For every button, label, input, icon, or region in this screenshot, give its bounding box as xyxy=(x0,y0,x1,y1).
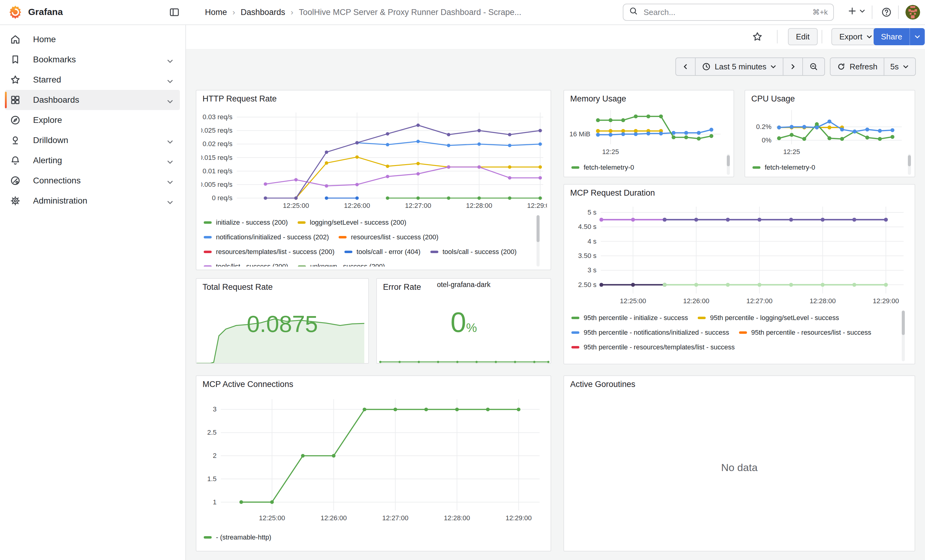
chevron-right-icon xyxy=(789,63,796,70)
mcp-active-connections-chart[interactable]: 11.522.5312:25:0012:26:0012:27:0012:28:0… xyxy=(201,394,548,530)
chevron-left-icon xyxy=(682,63,689,70)
chevron-down-icon xyxy=(166,76,174,83)
panel-title[interactable]: MCP Request Duration xyxy=(570,188,655,198)
sidebar-toggle-icon[interactable] xyxy=(169,7,180,18)
search-shortcut: ⌘+k xyxy=(812,8,828,17)
sidebar-item-alerting[interactable]: Alerting xyxy=(5,150,180,171)
sidebar-item-dashboards[interactable]: Dashboards xyxy=(5,90,180,110)
memory-usage-chart[interactable]: 16 MiB12:25 xyxy=(569,107,726,161)
panel-title[interactable]: HTTP Request Rate xyxy=(202,94,277,104)
sidebar-item-connections[interactable]: Connections xyxy=(5,171,180,191)
cpu-usage-chart[interactable]: 0.2%0%12:25 xyxy=(750,107,907,161)
legend-item[interactable]: - (streamable-http) xyxy=(204,530,271,545)
stat-unit: % xyxy=(466,321,477,335)
edit-button[interactable]: Edit xyxy=(788,28,818,45)
star-icon xyxy=(10,74,21,85)
legend-item[interactable]: resources/list - success (200) xyxy=(339,230,438,245)
svg-text:16 MiB: 16 MiB xyxy=(569,130,591,138)
svg-text:12:26:00: 12:26:00 xyxy=(683,297,710,305)
svg-text:0.01 req/s: 0.01 req/s xyxy=(202,167,232,175)
export-button[interactable]: Export xyxy=(832,28,881,45)
cpu-legend: fetch-telemetry-0 xyxy=(752,160,899,176)
breadcrumb-home[interactable]: Home xyxy=(205,8,227,17)
refresh-interval-picker[interactable]: 5s xyxy=(884,57,916,76)
time-forward-button[interactable] xyxy=(783,57,803,76)
avatar[interactable] xyxy=(905,5,920,20)
sidebar-item-label: Explore xyxy=(33,115,62,125)
dashboard-canvas: Last 5 minutes Refresh 5s xyxy=(185,49,925,560)
legend-item[interactable]: 95th percentile - resources/templates/li… xyxy=(571,340,735,354)
svg-text:0%: 0% xyxy=(762,136,771,144)
sidebar-item-explore[interactable]: Explore xyxy=(5,110,180,130)
panel-cpu-usage: CPU Usage 0.2%0%12:25 fetch-telemetry-0 xyxy=(744,90,915,177)
svg-text:5 s: 5 s xyxy=(588,209,597,216)
legend-item[interactable]: 95th percentile - initialize - success xyxy=(571,311,688,325)
zoom-out-icon xyxy=(809,62,818,71)
legend-item[interactable]: tools/call - error (404) xyxy=(344,245,420,259)
svg-text:12:28:00: 12:28:00 xyxy=(466,202,493,209)
help-icon[interactable] xyxy=(881,7,892,18)
legend-item[interactable]: tools/list - success (200) xyxy=(204,259,288,267)
panel-title[interactable]: Active Goroutines xyxy=(570,380,635,389)
divider xyxy=(872,6,872,19)
sidebar-item-starred[interactable]: Starred xyxy=(5,70,180,90)
grafana-dashboard: Grafana Home › Dashboards › ToolHive MCP… xyxy=(0,0,925,560)
search-input[interactable] xyxy=(642,7,808,18)
http-request-rate-chart[interactable]: 0 req/s0.005 req/s0.01 req/s0.015 req/s0… xyxy=(201,108,547,215)
legend-item[interactable]: 95th percentile - notifications/initiali… xyxy=(571,325,729,340)
time-range-picker[interactable]: Last 5 minutes xyxy=(695,57,783,76)
legend-item[interactable]: fetch-telemetry-0 xyxy=(571,160,634,175)
svg-text:2: 2 xyxy=(213,452,217,459)
brand-name: Grafana xyxy=(28,7,63,17)
legend-item[interactable]: initialize - success (200) xyxy=(204,215,288,230)
svg-text:12:27:00: 12:27:00 xyxy=(383,514,409,522)
legend-scrollbar[interactable] xyxy=(536,215,539,242)
panel-error-rate: Error Rate otel-grafana-dark 0% xyxy=(376,278,551,364)
add-button[interactable] xyxy=(847,6,866,16)
legend-item[interactable]: logging/setLevel - success (200) xyxy=(298,215,407,230)
legend-item[interactable]: 95th percentile - resources/list - succe… xyxy=(739,325,871,340)
breadcrumb: Home › Dashboards › ToolHive MCP Server … xyxy=(205,0,521,24)
panel-title[interactable]: CPU Usage xyxy=(751,94,795,104)
sidebar-item-drilldown[interactable]: Drilldown xyxy=(5,130,180,150)
refresh-button[interactable]: Refresh xyxy=(830,57,884,76)
star-dashboard-icon[interactable] xyxy=(752,31,763,42)
svg-text:0.2%: 0.2% xyxy=(756,123,771,131)
panel-title[interactable]: MCP Active Connections xyxy=(202,380,293,389)
svg-text:0.015 req/s: 0.015 req/s xyxy=(201,154,232,161)
svg-text:2.50 s: 2.50 s xyxy=(578,281,597,288)
http-legend: initialize - success (200)logging/setLev… xyxy=(204,215,532,267)
zoom-out-button[interactable] xyxy=(802,57,825,76)
chevron-down-icon xyxy=(902,63,909,70)
legend-item[interactable]: fetch-telemetry-0 xyxy=(752,160,815,175)
share-menu-button[interactable] xyxy=(909,28,925,45)
panel-total-request-rate: Total Request Rate 0.0875 xyxy=(196,278,369,364)
breadcrumb-dashboards[interactable]: Dashboards xyxy=(241,8,285,17)
svg-text:0.02 req/s: 0.02 req/s xyxy=(202,140,232,148)
mcp-request-duration-chart[interactable]: 2.50 s3 s3.50 s4 s4.50 s5 s12:25:0012:26… xyxy=(569,202,911,312)
legend-item[interactable]: resources/templates/list - success (200) xyxy=(204,245,334,259)
chevron-down-icon xyxy=(914,33,921,40)
sidebar-item-home[interactable]: Home xyxy=(5,29,180,50)
svg-text:12:25:00: 12:25:00 xyxy=(259,514,285,522)
sidebar-item-administration[interactable]: Administration xyxy=(5,191,180,211)
svg-text:0.005 req/s: 0.005 req/s xyxy=(201,181,232,188)
legend-item[interactable]: unknown - success (200) xyxy=(298,259,385,267)
legend-item[interactable]: 95th percentile - logging/setLevel - suc… xyxy=(698,311,839,325)
sidebar-item-bookmarks[interactable]: Bookmarks xyxy=(5,50,180,70)
grafana-logo-icon[interactable] xyxy=(8,5,23,20)
legend-item[interactable]: tools/call - success (200) xyxy=(430,245,517,259)
legend-scrollbar[interactable] xyxy=(902,311,905,335)
time-back-button[interactable] xyxy=(675,57,696,76)
panel-mcp-request-duration: MCP Request Duration 2.50 s3 s3.50 s4 s4… xyxy=(563,184,915,364)
svg-text:12:26:00: 12:26:00 xyxy=(321,514,347,522)
legend-scrollbar[interactable] xyxy=(908,155,911,166)
panel-title[interactable]: Memory Usage xyxy=(570,94,626,104)
search-box[interactable]: ⌘+k xyxy=(623,4,834,21)
legend-scrollbar[interactable] xyxy=(727,155,730,166)
svg-text:12:25:00: 12:25:00 xyxy=(283,202,309,209)
sidebar-item-label: Administration xyxy=(33,196,87,206)
share-button[interactable]: Share xyxy=(874,28,909,45)
legend-item[interactable]: notifications/initialized - success (202… xyxy=(204,230,329,245)
time-controls: Last 5 minutes Refresh 5s xyxy=(675,57,916,76)
